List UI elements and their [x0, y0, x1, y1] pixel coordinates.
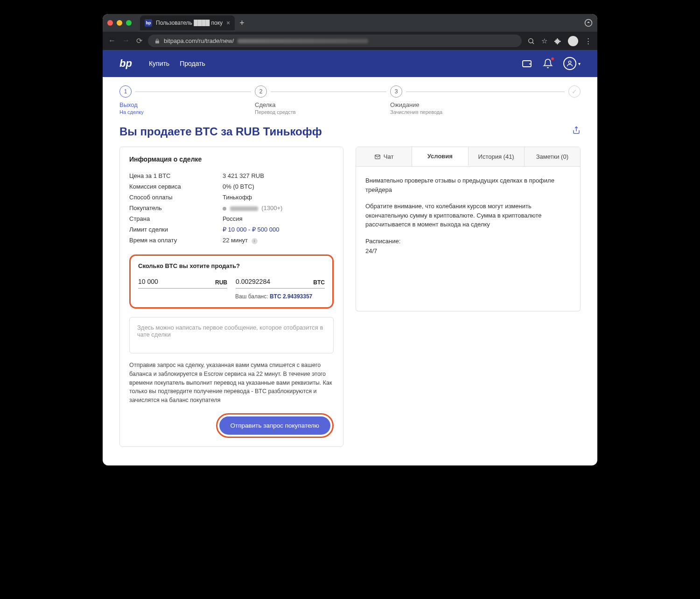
tab-terms[interactable]: Условия	[412, 147, 468, 166]
message-input[interactable]	[137, 324, 326, 345]
submit-button[interactable]: Отправить запрос покупателю	[219, 416, 330, 435]
step-2-circle: 2	[255, 85, 267, 98]
step-3-circle: 3	[390, 85, 402, 98]
browser-tab[interactable]: bp Пользователь ████ поку ×	[140, 15, 235, 30]
step-line	[406, 92, 565, 92]
right-tabs: Чат Условия История (41) Заметки (0)	[356, 147, 581, 167]
maximize-window-icon[interactable]	[126, 20, 132, 26]
url-text: bitpapa.com/ru/trade/new/	[164, 37, 234, 44]
buyer-value[interactable]: (1300+)	[223, 204, 334, 211]
url-bar: ← → ⟳ bitpapa.com/ru/trade/new/ ☆	[103, 32, 597, 50]
browser-window: bp Пользователь ████ поку × + ← → ⟳ bitp…	[103, 14, 597, 465]
tab-chat[interactable]: Чат	[356, 147, 412, 166]
bell-icon[interactable]	[543, 58, 553, 69]
rub-suffix: RUB	[215, 279, 227, 286]
nav-buy[interactable]: Купить	[149, 60, 169, 67]
nav-buttons: ← → ⟳	[108, 36, 142, 45]
sell-amount-box: Сколько BTC вы хотите продать? RUB BTC	[129, 254, 334, 309]
columns: Информация о сделке Цена за 1 BTC 3 421 …	[119, 147, 581, 447]
deal-info-card: Информация о сделке Цена за 1 BTC 3 421 …	[119, 147, 343, 447]
step-1-label: Выход	[119, 101, 255, 108]
forward-icon[interactable]: →	[122, 36, 130, 45]
profile-menu[interactable]: ▾	[563, 57, 581, 70]
sell-title: Сколько BTC вы хотите продать?	[138, 262, 325, 269]
step-3-sub: Зачисления перевода	[390, 109, 581, 115]
step-3: 3 ✓ Ожидание Зачисления перевода	[390, 85, 581, 115]
terms-p2: Обратите внимание, что колебания курсов …	[365, 202, 571, 229]
star-icon[interactable]: ☆	[541, 37, 547, 45]
step-2: 2 Сделка Перевод средств	[255, 85, 390, 115]
row-method: Способ оплаты Тинькофф	[129, 192, 334, 203]
tab-history[interactable]: История (41)	[469, 147, 525, 166]
terms-p4: 24/7	[365, 247, 571, 256]
share-icon[interactable]	[572, 126, 581, 134]
nav-links: Купить Продать	[149, 60, 205, 67]
rub-input-group: RUB	[138, 276, 227, 289]
terms-p3: Расписание:	[365, 237, 571, 246]
step-1: 1 Выход На сделку	[119, 85, 255, 115]
mail-icon	[374, 154, 381, 160]
buyer-name-blurred	[230, 206, 258, 211]
reload-icon[interactable]: ⟳	[136, 36, 142, 45]
step-2-sub: Перевод средств	[255, 109, 390, 115]
header-right: ▾	[521, 57, 581, 70]
message-box	[129, 317, 334, 353]
buyer-count: (1300+)	[261, 204, 282, 211]
info-icon[interactable]: i	[252, 238, 258, 244]
svg-line-2	[532, 42, 534, 43]
bell-badge	[550, 56, 555, 61]
left-column: Информация о сделке Цена за 1 BTC 3 421 …	[119, 147, 343, 447]
minimize-window-icon[interactable]	[117, 20, 122, 26]
url-blurred	[238, 39, 368, 43]
step-2-label: Сделка	[255, 101, 390, 108]
zoom-icon[interactable]	[527, 37, 535, 45]
step-check-icon: ✓	[568, 85, 581, 98]
btc-suffix: BTC	[313, 279, 325, 286]
back-icon[interactable]: ←	[108, 36, 116, 45]
balance-link[interactable]: BTC 2.94393357	[270, 293, 312, 300]
wallet-icon[interactable]	[521, 58, 532, 69]
btc-input[interactable]	[236, 276, 325, 289]
step-line	[271, 92, 386, 92]
nav-sell[interactable]: Продать	[180, 60, 205, 67]
balance-line: Ваш баланс: BTC 2.94393357	[138, 293, 325, 300]
page-title: Вы продаете BTC за RUB Тинькофф	[119, 125, 581, 138]
extensions-icon[interactable]	[554, 37, 561, 45]
new-tab-button[interactable]: +	[239, 18, 245, 28]
submit-highlight: Отправить запрос покупателю	[216, 413, 334, 438]
tab-bar: bp Пользователь ████ поку × +	[103, 14, 597, 32]
step-1-sub: На сделку	[119, 109, 255, 115]
right-column: Чат Условия История (41) Заметки (0) Вни…	[356, 147, 581, 311]
svg-point-1	[529, 38, 533, 42]
disclaimer-text: Отправив запрос на сделку, указанная вам…	[129, 361, 334, 405]
avatar-icon	[563, 57, 576, 70]
logo[interactable]: bp	[119, 57, 132, 70]
url-actions: ☆ ⋮	[527, 36, 592, 46]
lock-icon	[154, 38, 160, 44]
btc-input-group: BTC	[236, 276, 325, 289]
close-window-icon[interactable]	[107, 20, 113, 26]
url-field[interactable]: bitpapa.com/ru/trade/new/	[148, 35, 522, 47]
terms-content: Внимательно проверьте отзывы о предыдущи…	[356, 167, 581, 311]
tab-title: Пользователь ████ поку	[156, 20, 223, 26]
row-fee: Комиссия сервиса 0% (0 BTC)	[129, 181, 334, 192]
inputs-row: RUB BTC	[138, 276, 325, 289]
step-3-label: Ожидание	[390, 101, 581, 108]
profile-avatar-icon[interactable]	[568, 36, 578, 46]
tab-notes[interactable]: Заметки (0)	[525, 147, 580, 166]
step-1-circle: 1	[119, 85, 132, 98]
menu-icon[interactable]: ⋮	[585, 37, 592, 45]
chrome-profile-icon[interactable]	[584, 19, 593, 27]
close-tab-icon[interactable]: ×	[226, 19, 230, 27]
rub-input[interactable]	[138, 276, 227, 289]
site-header: bp Купить Продать ▾	[103, 50, 597, 77]
row-buyer: Покупатель (1300+)	[129, 203, 334, 213]
status-dot-icon	[223, 207, 226, 211]
favicon-icon: bp	[145, 19, 152, 27]
step-line	[135, 92, 251, 92]
chevron-down-icon: ▾	[578, 61, 581, 66]
svg-point-4	[568, 61, 571, 63]
progress-steps: 1 Выход На сделку 2 Сделка Перевод средс…	[119, 85, 581, 115]
window-controls	[107, 20, 132, 26]
page-content: 1 Выход На сделку 2 Сделка Перевод средс…	[103, 77, 597, 465]
